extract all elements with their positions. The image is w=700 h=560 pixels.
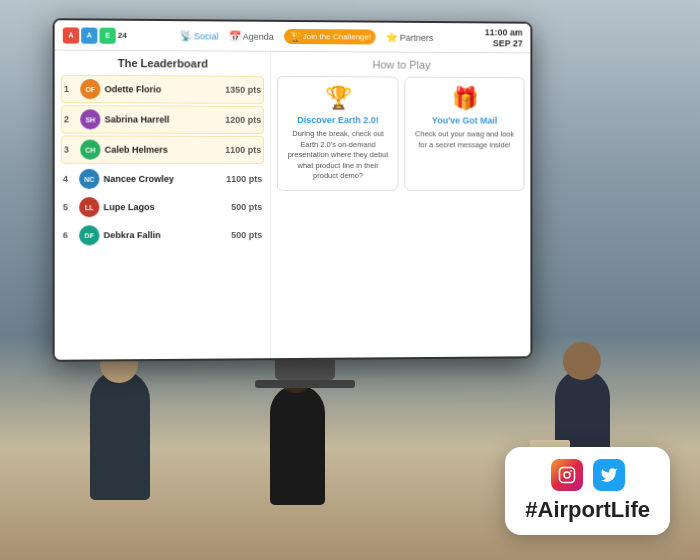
challenge-icon: 🏆: [289, 31, 301, 42]
screen-content: A A E 24 📡 Social 📅 Agenda 🏆: [55, 20, 531, 360]
avatar: DF: [79, 225, 99, 245]
trophy-icon: 🏆: [284, 85, 391, 111]
how-to-panel: How to Play 🏆 Discover Earth 2.0! During…: [271, 52, 530, 358]
nav-items: 📡 Social 📅 Agenda 🏆 Join the Challenge! …: [180, 28, 434, 45]
monitor-wrapper: A A E 24 📡 Social 📅 Agenda 🏆: [55, 20, 555, 390]
logo-a2: A: [81, 27, 97, 43]
hashtag-text: #AirportLife: [525, 497, 650, 523]
card-desc-discover: During the break, check out Earth 2.0's …: [284, 129, 391, 182]
avatar: SH: [80, 109, 100, 129]
social-hashtag-card: #AirportLife: [505, 447, 670, 535]
logo-year: 24: [118, 31, 127, 40]
avatar: OF: [80, 79, 100, 99]
table-row: 5 LL Lupe Lagos 500 pts: [61, 194, 264, 220]
navigation-bar: A A E 24 📡 Social 📅 Agenda 🏆: [55, 20, 531, 53]
main-content: The Leaderboard 1 OF Odette Florio 1350 …: [55, 51, 531, 360]
nav-challenge[interactable]: 🏆 Join the Challenge!: [284, 29, 376, 45]
clock-display: 11:00 am SEP 27: [485, 27, 523, 49]
nav-agenda[interactable]: 📅 Agenda: [229, 31, 274, 42]
agenda-icon: 📅: [229, 31, 241, 42]
partners-icon: ⭐: [386, 32, 398, 43]
gift-icon: 🎁: [411, 86, 517, 112]
monitor-stand: [275, 360, 335, 380]
app-logo: A A E 24: [63, 27, 127, 44]
instagram-icon: [551, 459, 583, 491]
leaderboard-panel: The Leaderboard 1 OF Odette Florio 1350 …: [55, 51, 272, 360]
table-row: 1 OF Odette Florio 1350 pts: [61, 75, 264, 104]
logo-e: E: [99, 27, 115, 43]
how-to-title: How to Play: [277, 58, 524, 71]
avatar: CH: [80, 140, 100, 160]
table-row: 3 CH Caleb Helmers 1100 pts: [61, 135, 264, 164]
table-row: 2 SH Sabrina Harrell 1200 pts: [61, 105, 264, 134]
monitor-screen: A A E 24 📡 Social 📅 Agenda 🏆: [53, 18, 533, 362]
social-icon: 📡: [180, 30, 192, 41]
svg-point-2: [570, 470, 572, 472]
svg-point-1: [564, 472, 570, 478]
nav-partners[interactable]: ⭐ Partners: [386, 32, 434, 43]
card-title-mail: You've Got Mail: [411, 115, 517, 125]
table-row: 6 DF Debkra Fallin 500 pts: [61, 222, 264, 249]
card-desc-mail: Check out your swag and look for a secre…: [411, 129, 517, 150]
monitor-base: [255, 380, 355, 388]
avatar: NC: [79, 169, 99, 189]
table-row: 4 NC Nancee Crowley 1100 pts: [61, 166, 264, 192]
nav-social[interactable]: 📡 Social: [180, 30, 219, 41]
leaderboard-title: The Leaderboard: [61, 57, 264, 70]
challenge-cards: 🏆 Discover Earth 2.0! During the break, …: [277, 76, 524, 191]
avatar: LL: [79, 197, 99, 217]
logo-a1: A: [63, 27, 79, 43]
person-center: [270, 385, 325, 505]
challenge-card-mail: 🎁 You've Got Mail Check out your swag an…: [405, 77, 525, 191]
twitter-icon: [593, 459, 625, 491]
card-title-discover: Discover Earth 2.0!: [284, 115, 391, 125]
social-icons-row: [525, 459, 650, 491]
challenge-card-discover: 🏆 Discover Earth 2.0! During the break, …: [277, 76, 398, 191]
svg-rect-0: [559, 468, 574, 483]
